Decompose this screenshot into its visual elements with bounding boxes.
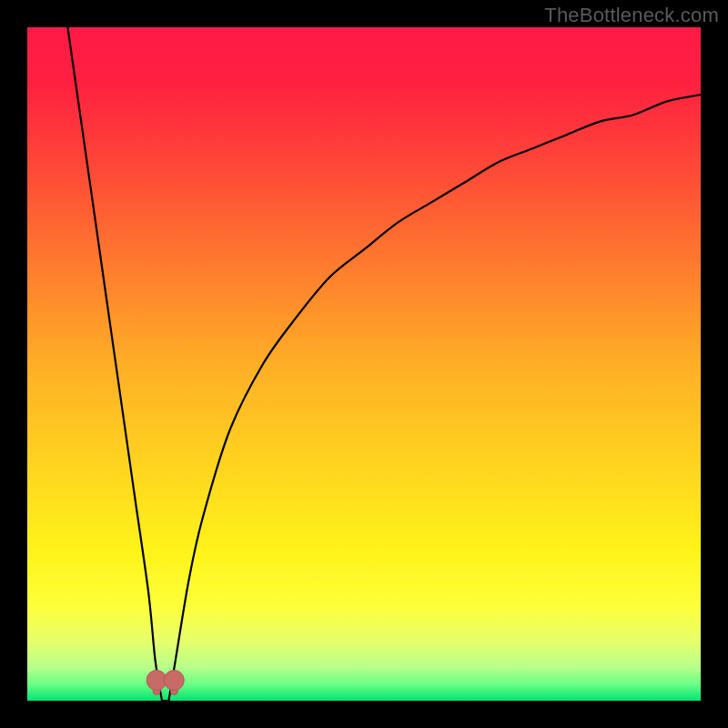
plot-background: [27, 27, 701, 701]
chart-stage: TheBottleneck.com: [0, 0, 728, 728]
svg-point-3: [164, 671, 184, 691]
bottleneck-plot: [0, 0, 728, 728]
svg-point-1: [147, 671, 167, 691]
watermark-text: TheBottleneck.com: [544, 4, 719, 27]
